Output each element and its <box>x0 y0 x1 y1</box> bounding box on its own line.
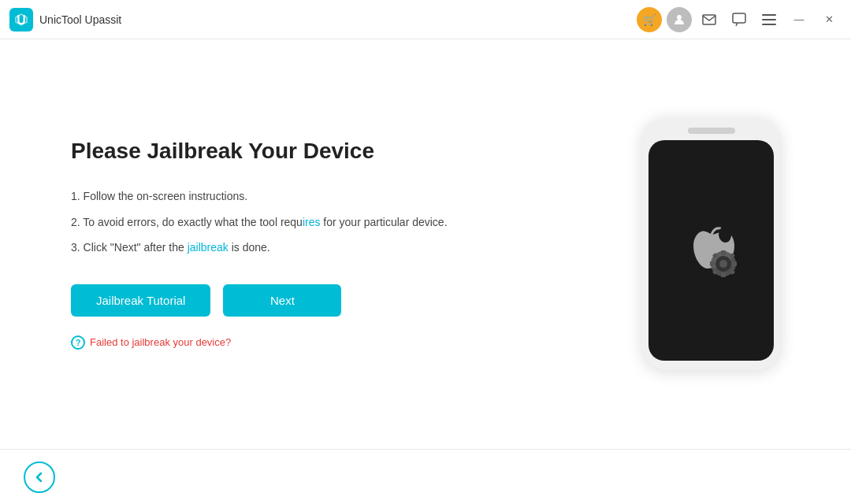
help-link-text: Failed to jailbreak your device? <box>90 336 231 348</box>
cart-button[interactable]: 🛒 <box>637 7 662 32</box>
mail-button[interactable] <box>697 7 722 32</box>
svg-rect-14 <box>710 261 715 266</box>
title-bar: U UnicTool Upassit 🛒 <box>0 0 851 39</box>
chat-button[interactable] <box>727 7 752 32</box>
phone-screen <box>648 140 774 361</box>
page-title: Please Jailbreak Your Device <box>71 139 595 164</box>
svg-rect-3 <box>703 15 715 24</box>
right-panel <box>642 118 780 370</box>
app-title: UnicTool Upassit <box>39 13 121 26</box>
svg-rect-4 <box>733 13 745 23</box>
apple-gear-icon <box>676 215 747 286</box>
minimize-button[interactable]: — <box>786 7 812 32</box>
menu-button[interactable] <box>756 7 782 32</box>
svg-point-11 <box>719 260 727 268</box>
svg-point-2 <box>677 15 682 20</box>
phone-notch <box>688 128 735 134</box>
bottom-bar <box>0 449 851 504</box>
svg-rect-12 <box>721 250 726 255</box>
instruction-item-2: 2. To avoid errors, do exactly what the … <box>71 213 595 231</box>
back-button[interactable] <box>24 461 55 493</box>
instruction-item-1: 1. Follow the on-screen instructions. <box>71 187 595 205</box>
title-bar-left: U UnicTool Upassit <box>9 8 121 32</box>
profile-button[interactable] <box>667 7 692 32</box>
svg-rect-13 <box>721 272 726 277</box>
left-panel: Please Jailbreak Your Device 1. Follow t… <box>71 139 642 349</box>
content-area: Please Jailbreak Your Device 1. Follow t… <box>71 118 780 370</box>
next-button[interactable]: Next <box>223 284 341 317</box>
svg-rect-7 <box>762 24 776 25</box>
svg-rect-6 <box>762 19 776 20</box>
svg-rect-15 <box>732 261 737 266</box>
svg-rect-5 <box>762 14 776 16</box>
instruction-item-3: 3. Click "Next" after the jailbreak is d… <box>71 239 595 256</box>
instructions-list: 1. Follow the on-screen instructions. 2.… <box>71 187 595 256</box>
main-content: Please Jailbreak Your Device 1. Follow t… <box>0 39 851 449</box>
phone-mockup <box>642 118 780 370</box>
app-logo-icon: U <box>9 8 33 32</box>
jailbreak-tutorial-button[interactable]: Jailbreak Tutorial <box>71 284 210 317</box>
help-icon: ? <box>71 335 85 350</box>
close-button[interactable]: ✕ <box>816 7 842 32</box>
button-row: Jailbreak Tutorial Next <box>71 284 595 317</box>
failed-jailbreak-link[interactable]: ? Failed to jailbreak your device? <box>71 335 595 350</box>
title-bar-right: 🛒 — ✕ <box>637 7 842 32</box>
